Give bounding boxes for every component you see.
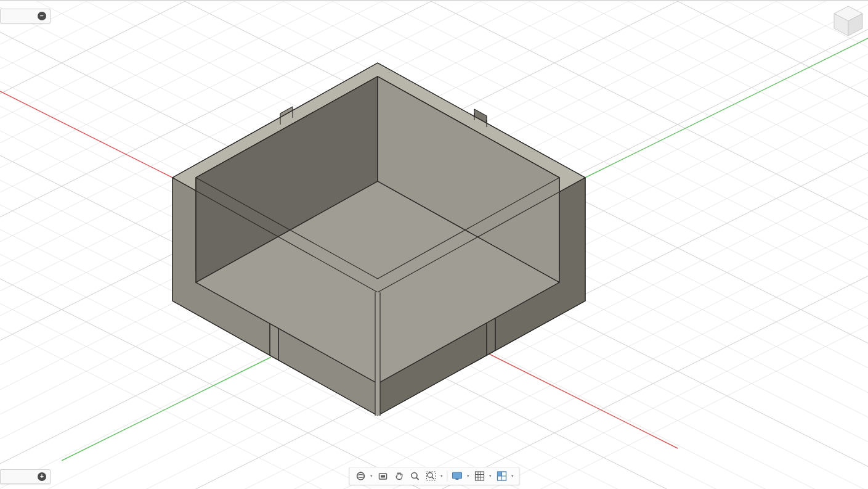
svg-line-68	[0, 1, 868, 279]
svg-line-48	[0, 143, 868, 489]
view-cube[interactable]	[832, 4, 866, 38]
svg-rect-119	[475, 472, 484, 480]
minus-icon: −	[38, 12, 46, 20]
svg-line-29	[0, 118, 868, 489]
zoom-window-caret[interactable]: ▾	[439, 474, 444, 479]
svg-line-0	[0, 20, 868, 489]
svg-line-55	[0, 168, 868, 489]
display-settings-caret[interactable]: ▾	[466, 474, 471, 479]
svg-line-38	[0, 1, 868, 328]
view-cube-icon	[832, 4, 866, 38]
timeline-expand-tab[interactable]: +	[0, 469, 51, 484]
svg-line-73	[487, 353, 678, 448]
svg-line-67	[0, 1, 868, 402]
svg-line-10	[0, 1, 868, 427]
grid-svg	[0, 1, 868, 489]
svg-line-26	[0, 44, 868, 489]
display-settings-icon	[451, 471, 463, 482]
zoom-window-icon	[425, 471, 436, 482]
svg-line-75	[62, 357, 271, 461]
svg-line-115	[432, 477, 434, 480]
viewport-layout-button[interactable]	[494, 469, 509, 483]
svg-line-24	[0, 20, 868, 489]
svg-line-47	[0, 1, 868, 106]
svg-line-42	[0, 1, 868, 229]
svg-line-11	[0, 1, 868, 402]
orbit-icon	[355, 471, 366, 482]
svg-point-107	[357, 472, 364, 480]
collapse-symbol: −	[40, 13, 44, 19]
svg-line-44	[0, 1, 868, 180]
svg-line-113	[416, 478, 419, 480]
svg-line-33	[0, 1, 868, 451]
svg-line-23	[0, 1, 868, 106]
svg-line-2	[0, 44, 868, 489]
svg-line-58	[0, 242, 868, 489]
svg-line-4	[0, 94, 868, 489]
svg-line-61	[0, 1, 868, 402]
orbit-button[interactable]	[353, 469, 368, 483]
svg-line-16	[0, 1, 868, 279]
svg-line-74	[585, 38, 868, 178]
svg-line-49	[0, 168, 868, 489]
svg-line-50	[0, 192, 868, 489]
zoom-window-button[interactable]	[423, 469, 438, 483]
svg-line-43	[0, 1, 868, 205]
svg-line-35	[0, 1, 868, 402]
svg-line-36	[0, 1, 868, 377]
look-at-icon	[377, 471, 388, 482]
look-at-button[interactable]	[375, 469, 390, 483]
svg-line-17	[0, 1, 868, 254]
timeline-collapse-tab[interactable]: −	[0, 9, 51, 23]
svg-line-72	[0, 91, 172, 178]
svg-line-64	[0, 94, 868, 489]
svg-line-20	[0, 1, 868, 180]
svg-line-54	[0, 143, 868, 489]
svg-line-62	[0, 1, 868, 279]
grid-settings-button[interactable]	[472, 469, 487, 483]
svg-line-52	[0, 242, 868, 489]
grid-settings-caret[interactable]: ▾	[488, 474, 493, 479]
svg-rect-117	[452, 472, 461, 479]
svg-line-12	[0, 1, 868, 377]
svg-rect-125	[497, 472, 501, 476]
zoom-icon	[409, 471, 420, 482]
viewport-canvas[interactable]	[0, 1, 868, 489]
svg-line-40	[0, 1, 868, 279]
expand-symbol: +	[40, 474, 44, 480]
svg-line-39	[0, 1, 868, 303]
svg-line-56	[0, 192, 868, 489]
svg-line-18	[0, 1, 868, 229]
svg-line-70	[0, 94, 868, 489]
viewport-icon	[496, 471, 507, 482]
svg-line-41	[0, 1, 868, 254]
pan-button[interactable]	[391, 469, 406, 483]
plus-icon: +	[38, 472, 46, 481]
svg-point-114	[428, 473, 432, 478]
grid-settings-icon	[474, 471, 485, 482]
svg-line-9	[0, 1, 868, 451]
navigation-toolbar: ▾ ▾ ▾	[349, 467, 519, 485]
orbit-caret[interactable]: ▾	[369, 474, 374, 479]
svg-rect-111	[381, 475, 385, 478]
svg-line-34	[0, 1, 868, 427]
viewport-caret[interactable]: ▾	[510, 474, 515, 479]
pan-icon	[393, 471, 404, 482]
svg-point-109	[360, 472, 362, 474]
zoom-button[interactable]	[407, 469, 422, 483]
display-settings-button[interactable]	[450, 469, 464, 483]
svg-line-15	[0, 1, 868, 303]
svg-line-5	[0, 118, 868, 489]
svg-line-19	[0, 1, 868, 205]
svg-point-112	[412, 473, 417, 479]
svg-point-108	[357, 475, 364, 478]
svg-rect-118	[455, 479, 458, 480]
svg-line-28	[0, 94, 868, 489]
svg-line-14	[0, 1, 868, 328]
toolbar-separator	[447, 471, 447, 482]
